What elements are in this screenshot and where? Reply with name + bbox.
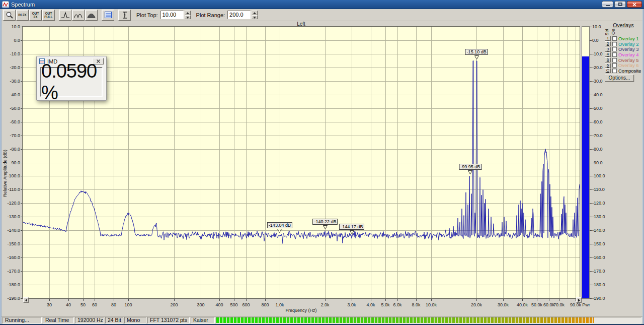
- axis-tick: [590, 108, 592, 109]
- overlay-row: 1 Overlay 1: [605, 36, 643, 41]
- zoom-out-2x-label: OUT 2X: [31, 12, 40, 19]
- y-axis-tick-label: 0.0: [0, 38, 20, 43]
- overlay-set-button-2[interactable]: 2: [605, 41, 611, 46]
- axis-tick: [83, 299, 84, 301]
- axis-tick: [397, 299, 398, 301]
- axis-tick: [590, 122, 592, 122]
- status-bit-depth: 24 Bit: [105, 317, 123, 323]
- x-axis-tick-label: 300: [189, 302, 213, 307]
- axis-tick: [590, 244, 592, 244]
- y-axis-tick-label: -30.0: [0, 79, 20, 84]
- overlay-on-checkbox-5[interactable]: [612, 58, 617, 62]
- axis-tick: [549, 299, 549, 301]
- x-axis-tick-label: 2.0k: [313, 302, 337, 307]
- window-titlebar[interactable]: Spectrum: [0, 0, 644, 9]
- arrow-left-icon: [25, 299, 27, 302]
- overlay-label-4: Overlay 4: [618, 52, 639, 57]
- overlay-row: 4 Overlay 4: [605, 52, 643, 57]
- overlay-on-checkbox-1[interactable]: [612, 36, 617, 41]
- axis-tick: [537, 299, 537, 301]
- minimize-button[interactable]: [602, 1, 613, 8]
- overlay-set-button-composite[interactable]: C: [605, 68, 611, 73]
- zoom-out-full-button[interactable]: OUT FULL: [42, 10, 55, 21]
- axis-tick: [590, 203, 592, 204]
- axis-tick: [416, 299, 417, 301]
- spinner-down-icon[interactable]: [185, 15, 191, 20]
- x-axis-tick-label: 600: [234, 302, 258, 307]
- smooth-curve-button[interactable]: [72, 10, 85, 21]
- plot-top-label: Plot Top:: [136, 12, 158, 18]
- peak-curve-icon: [61, 11, 70, 19]
- overlay-set-button-6[interactable]: 6: [605, 63, 611, 68]
- plot-top-spinner[interactable]: [185, 11, 191, 19]
- y-axis-tick-label: 10.0: [0, 24, 20, 29]
- axis-tick: [201, 299, 201, 301]
- overlay-on-checkbox-composite[interactable]: [612, 69, 617, 73]
- axis-tick: [590, 217, 592, 217]
- axis-tick: [590, 149, 592, 150]
- overlay-set-button-1[interactable]: 1: [605, 36, 611, 41]
- y-axis-tick-label: -10.0: [0, 51, 20, 56]
- plot-range-input[interactable]: 200.0: [227, 11, 251, 19]
- spinner-up-icon[interactable]: [252, 11, 258, 15]
- x-axis-tick-label: 500: [222, 302, 246, 307]
- x-axis-tick-label: 30: [37, 302, 61, 307]
- overlay-set-button-5[interactable]: 5: [605, 57, 611, 62]
- status-sample-rate: 192000 Hz: [75, 317, 104, 323]
- plot-range-label: Plot Range:: [196, 12, 225, 18]
- overlay-rows: 1 Overlay 1 2 Overlay 2 3 Overlay 3 4: [605, 36, 643, 74]
- x-axis-tick-label: 1.0k: [268, 302, 292, 307]
- zoom-tool-button[interactable]: [3, 10, 16, 21]
- right-axis-tick-label: -100.0: [592, 173, 610, 178]
- overlay-on-checkbox-2[interactable]: [612, 42, 617, 46]
- y-axis-tick-label: -180.0: [0, 282, 20, 287]
- axis-tick: [246, 299, 247, 301]
- smooth-curve-icon: [74, 11, 83, 19]
- y-axis-tick-label: -60.0: [0, 119, 20, 124]
- display-settings-button[interactable]: [102, 10, 114, 21]
- y-axis-tick-label: -170.0: [0, 269, 20, 274]
- imd-window: IMD 0.0590 %: [36, 56, 107, 101]
- x-axis-tick-label: 100: [116, 302, 140, 307]
- scroll-right-button[interactable]: [576, 297, 582, 303]
- axis-tick: [590, 136, 592, 136]
- overlay-on-checkbox-6[interactable]: [612, 63, 617, 68]
- axis-tick: [371, 299, 371, 301]
- scroll-left-button[interactable]: [23, 297, 29, 303]
- axis-tick: [590, 298, 592, 299]
- spectrum-window: Spectrum IN 2X OUT 2X OUT F: [0, 0, 644, 325]
- maximize-icon: [618, 3, 622, 6]
- x-axis-tick-label: 200: [162, 302, 186, 307]
- options-button[interactable]: Options...: [605, 75, 634, 82]
- x-axis-title: Frequency (Hz): [22, 308, 580, 313]
- overlays-set-label: Set: [604, 29, 609, 36]
- overlay-on-checkbox-4[interactable]: [612, 52, 617, 57]
- x-axis-tick-label: 30.0k: [491, 302, 515, 307]
- axis-tick: [590, 40, 592, 41]
- plot-top-input[interactable]: 10.00: [160, 11, 184, 19]
- zoom-in-2x-button[interactable]: IN 2X: [16, 10, 29, 21]
- level-progress-fill: [216, 317, 594, 323]
- close-button[interactable]: [627, 1, 642, 8]
- overlay-set-button-4[interactable]: 4: [605, 52, 611, 57]
- y-axis-tick-label: -40.0: [0, 92, 20, 97]
- spinner-up-icon[interactable]: [185, 11, 191, 15]
- axis-tick: [280, 299, 280, 301]
- status-mode: Real Time: [43, 317, 74, 323]
- axis-tick: [68, 299, 69, 301]
- cursor-ibeam-icon: [121, 11, 129, 20]
- overlay-on-checkbox-3[interactable]: [612, 47, 617, 51]
- filled-curve-button[interactable]: [85, 10, 98, 21]
- zoom-out-2x-button[interactable]: OUT 2X: [29, 10, 42, 21]
- overlay-set-button-3[interactable]: 3: [605, 47, 611, 52]
- x-axis-tick-label: 50: [71, 302, 95, 307]
- maximize-button[interactable]: [614, 1, 626, 8]
- overlay-row: 3 Overlay 3: [605, 46, 643, 52]
- x-axis-tick-label: 800: [253, 302, 277, 307]
- peak-curve-button[interactable]: [59, 10, 71, 21]
- spinner-down-icon[interactable]: [252, 15, 258, 20]
- plot-range-spinner[interactable]: [252, 11, 258, 19]
- overlay-row: 2 Overlay 2: [605, 41, 643, 47]
- x-axis-tick-label: 70.0k: [547, 302, 571, 307]
- cursor-reading-button[interactable]: [118, 10, 131, 21]
